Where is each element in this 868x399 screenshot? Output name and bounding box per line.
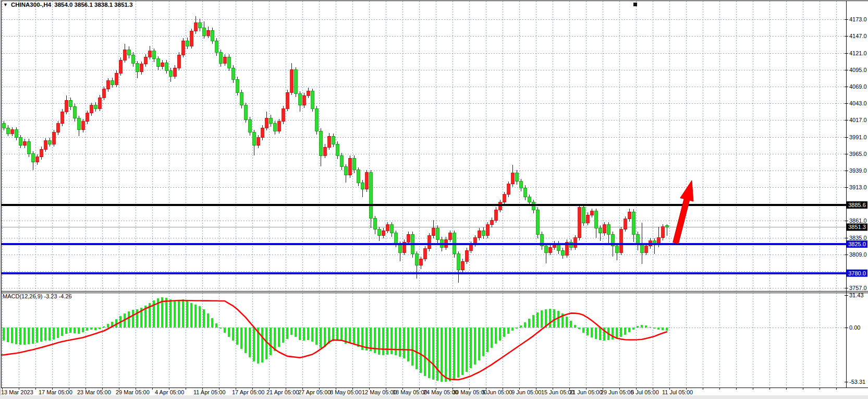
macd-histogram-bar [382, 328, 384, 355]
window-bottom-edge[interactable] [0, 395, 868, 399]
candle-bear [340, 155, 344, 166]
candle-bear [357, 170, 360, 183]
macd-histogram-bar [290, 328, 292, 335]
macd-histogram-bar [486, 328, 488, 352]
candle-bull [478, 231, 481, 238]
candle-bear [616, 246, 619, 252]
macd-histogram-bar [103, 327, 105, 328]
candle-bear [332, 136, 335, 144]
candle-bull [466, 250, 469, 261]
candle-bull [124, 50, 127, 60]
candle-bear [599, 228, 602, 233]
date-axis-label: 12 May 05:00 [362, 389, 397, 395]
candle-bull [307, 91, 310, 96]
candle-bull [349, 158, 352, 175]
price-axis-label: 3913.0 [849, 184, 867, 190]
candle-bear [528, 197, 531, 202]
macd-histogram-bar [395, 328, 397, 355]
macd-histogram-bar [445, 328, 447, 382]
macd-histogram-bar [657, 328, 659, 330]
price-chart-canvas[interactable]: 4173.04147.04121.04095.04069.04043.04017… [0, 0, 868, 399]
macd-histogram-bar [244, 328, 247, 353]
candle-bear [153, 51, 156, 59]
macd-histogram-bar [666, 328, 668, 331]
macd-histogram-bar [349, 328, 351, 343]
macd-signal-line [1, 300, 667, 380]
candle-bull [57, 124, 60, 132]
macd-histogram-bar [78, 328, 80, 334]
macd-histogram-bar [274, 328, 276, 351]
candle-bull [65, 100, 68, 112]
candle-bear [536, 210, 540, 234]
date-axis-label: 17 Apr 05:00 [232, 389, 264, 395]
macd-histogram-bar [428, 328, 430, 378]
candle-bull [382, 231, 385, 236]
candle-bear [390, 225, 394, 233]
macd-histogram-bar [457, 328, 459, 378]
candle-bull [194, 23, 198, 31]
macd-histogram-bar [503, 328, 505, 337]
macd-histogram-bar [253, 328, 255, 361]
candle-bear [128, 50, 131, 55]
macd-histogram-bar [641, 325, 643, 328]
candle-bull [86, 113, 89, 122]
candle-bear [203, 28, 206, 35]
candle-bull [282, 108, 285, 122]
macd-histogram-bar [190, 303, 192, 328]
macd-histogram-bar [436, 328, 438, 381]
candle-bear [370, 173, 373, 219]
macd-histogram-bar [74, 328, 76, 333]
candle-bull [144, 57, 148, 64]
price-axis-label: 3939.0 [849, 167, 867, 174]
macd-histogram-bar [94, 328, 96, 330]
candle-bull [99, 98, 102, 108]
candle-bear [19, 138, 22, 146]
macd-histogram-bar [99, 328, 101, 329]
macd-histogram-bar [378, 328, 380, 355]
candle-bull [207, 30, 210, 35]
date-axis-label: 13 Mar 2023 [1, 389, 33, 395]
macd-histogram-bar [470, 328, 472, 368]
macd-histogram-bar [228, 328, 230, 337]
macd-histogram-bar [482, 328, 484, 356]
candle-bear [436, 228, 439, 239]
date-axis-label: 23 Mar 05:00 [77, 389, 111, 395]
candle-bull [115, 73, 118, 84]
candle-bull [286, 92, 289, 108]
symbol-dropdown-icon[interactable]: ▼ [3, 2, 8, 7]
date-axis-label: 5 Jun 05:00 [482, 389, 512, 395]
candle-bear [249, 119, 252, 132]
candle-bull [53, 132, 56, 144]
macd-histogram-bar [390, 328, 393, 354]
macd-histogram-bar [453, 328, 455, 380]
candle-bull [645, 246, 648, 252]
macd-histogram-bar [36, 328, 38, 343]
price-badge-value: 3825.0 [848, 241, 866, 247]
candle-bull [182, 41, 185, 55]
macd-histogram-bar [570, 321, 572, 328]
macd-histogram-bar [649, 327, 651, 328]
date-axis-label: 18 May 05:00 [393, 389, 427, 395]
price-axis-label: 4147.0 [849, 33, 867, 39]
candle-bull [324, 147, 327, 155]
macd-histogram-bar [495, 328, 497, 344]
price-axis-label: 4121.0 [849, 50, 867, 56]
macd-histogram-bar [307, 328, 309, 340]
macd-axis-label: 31.43 [849, 292, 864, 298]
candle-bear [48, 141, 52, 144]
macd-histogram-bar [232, 328, 234, 341]
date-axis-label: 21 Apr 05:00 [266, 389, 299, 395]
candle-bull [449, 233, 452, 239]
candle-bear [457, 254, 460, 270]
candle-bear [228, 57, 231, 68]
candle-bull [82, 122, 85, 130]
macd-histogram-bar [511, 328, 514, 331]
candle-bull [178, 55, 181, 68]
date-axis-label: 9 Jun 05:00 [511, 389, 542, 395]
date-axis-label: 21 Jun 05:00 [569, 389, 603, 395]
date-axis-label: 11 Jul 05:00 [662, 389, 693, 395]
macd-histogram-bar [282, 328, 284, 343]
window-marker-icon[interactable] [633, 3, 637, 6]
macd-histogram-bar [478, 328, 480, 360]
candle-bull [257, 138, 260, 146]
